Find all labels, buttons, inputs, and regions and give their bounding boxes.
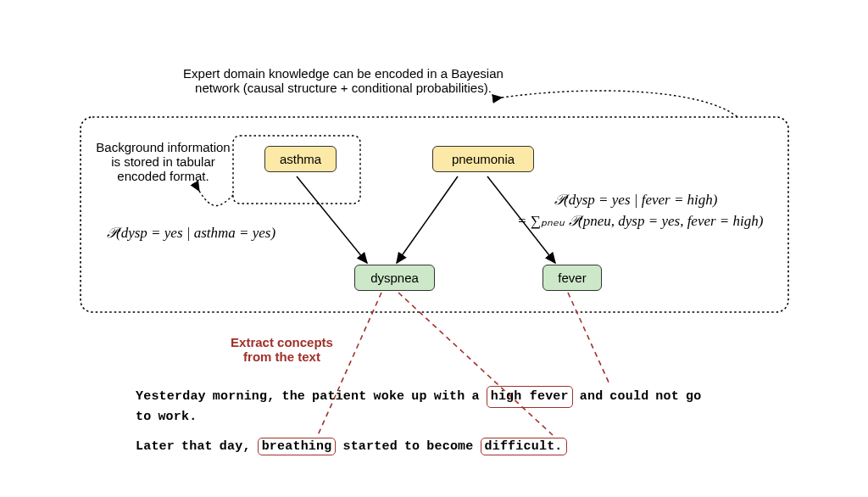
math-right-1: 𝒫(dysp = yes | fever = high) [554,192,718,209]
node-dyspnea: dyspnea [354,265,435,291]
caption-top: Expert domain knowledge can be encoded i… [170,66,517,95]
node-pneumonia: pneumonia [432,146,534,172]
word: with [434,388,465,406]
caption-bg: Background information is stored in tabu… [93,140,233,183]
word: Yesterday [136,388,206,406]
word: morning, [213,388,275,406]
node-asthma: asthma [264,146,337,172]
link-fever-highfever [568,293,610,386]
word: become [426,439,473,454]
edge-asthma-dyspnea [297,176,367,263]
word: to [136,408,151,427]
word: not [655,388,679,406]
highlight-word: breathing [258,438,337,455]
edge-pneumonia-dyspnea [397,176,458,263]
arrow-caption-to-container [502,91,737,117]
highlight-word: difficult. [481,438,567,455]
extract-label: Extract concepts from the text [216,335,348,364]
arrow-bginfo-to-asthma [199,191,233,206]
sentence-2: Laterthatday,breathingstartedtobecomedif… [136,438,574,455]
sentence-1: Yesterdaymorning,thepatientwokeupwithahi… [136,386,729,427]
highlight-word: high fever [487,386,573,408]
node-fever: fever [542,265,602,291]
word: day, [220,439,251,454]
math-right-2: = ∑ₚₙₑᵤ 𝒫(pneu, dysp = yes, fever = high… [517,212,763,230]
word: go [686,388,701,406]
word: the [281,388,305,406]
word: up [411,388,426,406]
word: to [404,439,420,454]
word: Later [136,439,175,454]
word: woke [373,388,404,406]
word: started [342,439,397,454]
word: that [181,439,213,454]
math-left: 𝒫(dysp = yes | asthma = yes) [106,225,275,242]
word: and [580,388,604,406]
word: work. [158,408,197,427]
word: could [609,388,648,406]
word: a [472,388,480,406]
word: patient [312,388,366,406]
